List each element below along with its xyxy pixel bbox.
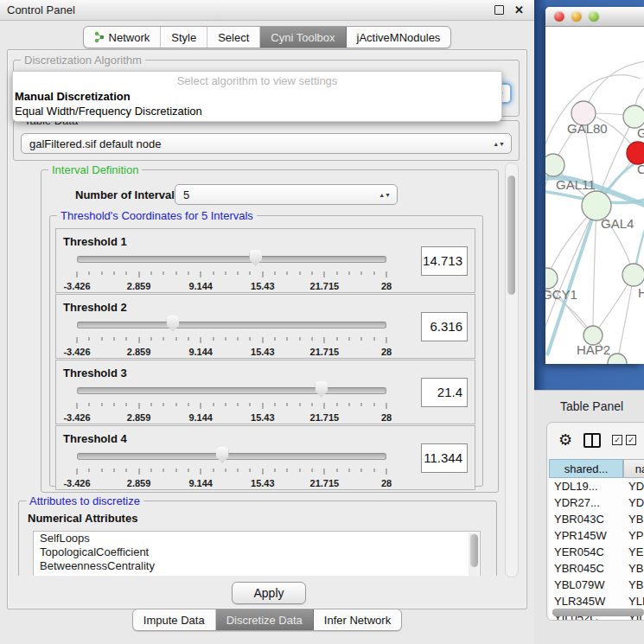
network-icon (94, 31, 105, 43)
threshold-value-field[interactable]: 6.316 (421, 312, 468, 341)
network-desktop-area: GAL80GCGAL11GAL4GCY1HHAP2 (534, 0, 644, 390)
bottom-tab-impute-data[interactable]: Impute Data (133, 609, 216, 630)
table-data-combobox[interactable]: galFiltered.sif default node ▲▼ (21, 133, 512, 154)
attributes-scrollbar-thumb[interactable] (470, 534, 478, 567)
tick-mark (373, 403, 374, 406)
node-table[interactable]: shared...name YDL19...YDL1YDR27...YDR2YB… (549, 459, 644, 620)
slider-track (77, 387, 386, 394)
algorithm-popup-items: Manual DiscretizationEqual Width/Frequen… (13, 89, 501, 118)
close-icon[interactable]: ✕ (514, 4, 524, 16)
tab-network[interactable]: Network (84, 27, 162, 48)
tick-mark (225, 337, 226, 341)
tick-mark (262, 469, 263, 475)
bottom-tab-discretize-data[interactable]: Discretize Data (216, 609, 314, 630)
split-columns-icon[interactable] (583, 433, 601, 448)
table-row[interactable]: YBR045CYBR0 (549, 560, 644, 577)
threshold-slider[interactable]: -3.4262.8599.14415.4321.71528 (77, 252, 386, 291)
threshold-slider[interactable]: -3.4262.8599.14415.4321.71528 (77, 317, 386, 357)
tick-mark (361, 469, 362, 472)
algorithm-option-manual-discretization[interactable]: Manual Discretization (13, 89, 501, 104)
number-of-intervals-combobox[interactable]: 5 ▲▼ (175, 184, 398, 205)
tick-mark (175, 469, 176, 472)
tick-mark (299, 403, 300, 406)
checkbox-icon[interactable]: ✓ (612, 435, 622, 445)
threshold-slider[interactable]: -3.4262.8599.14415.4321.71528 (77, 383, 386, 423)
slider-thumb-icon[interactable] (315, 381, 328, 398)
tab-label-network: Network (109, 31, 150, 44)
bottom-tab-group: Impute DataDiscretize DataInfer Network (132, 609, 402, 631)
network-canvas[interactable]: GAL80GCGAL11GAL4GCY1HHAP2 (545, 27, 644, 364)
apply-button[interactable]: Apply (232, 582, 306, 604)
table-row[interactable]: YLR345WYLR3 (549, 593, 644, 609)
table-cell: YBL0 (623, 578, 644, 591)
column-header-name[interactable]: name (623, 459, 644, 478)
checkbox-icon[interactable]: ✓ (626, 435, 636, 445)
network-node-label: GAL11 (556, 177, 596, 192)
tick-mark (373, 469, 374, 472)
tab-label-select: Select (218, 31, 249, 44)
attributes-group: Attributes to discretize Numerical Attri… (18, 501, 497, 576)
network-node-gal11[interactable] (545, 154, 564, 176)
tick-mark (336, 403, 337, 406)
table-data-group: Table Data galFiltered.sif default node … (13, 120, 520, 161)
zoom-traffic-light-icon[interactable] (589, 11, 599, 22)
tab-select[interactable]: Select (207, 27, 260, 48)
interval-definition-title: Interval Definition (48, 163, 142, 176)
numerical-attributes-list[interactable]: SelfLoopsTopologicalCoefficientBetweenne… (33, 531, 481, 576)
tick-mark (188, 469, 188, 472)
tick-mark (126, 271, 127, 275)
table-row[interactable]: YBL079WYBL0 (549, 577, 644, 593)
settings-scrollbar[interactable] (505, 163, 519, 577)
table-rows: YDL19...YDL1YDR27...YDR2YBR043CYBR0YPR14… (549, 478, 644, 620)
table-horizontal-scrollbar[interactable] (552, 609, 644, 616)
close-traffic-light-icon[interactable] (554, 11, 564, 22)
tab-label-style: Style (171, 31, 196, 44)
gear-icon[interactable]: ⚙ (558, 432, 572, 448)
attribute-item-topologicalcoefficient[interactable]: TopologicalCoefficient (34, 545, 480, 559)
tick-mark (349, 403, 350, 406)
column-header-shared[interactable]: shared... (549, 459, 623, 478)
attribute-items: SelfLoopsTopologicalCoefficientBetweenne… (34, 532, 480, 573)
attribute-item-selfloops[interactable]: SelfLoops (34, 532, 480, 545)
network-node-gcy1[interactable] (545, 268, 558, 289)
tick-label: 21.715 (310, 478, 340, 488)
threshold-value-field[interactable]: 14.713 (421, 246, 468, 276)
threshold-slider[interactable]: -3.4262.8599.14415.4321.71528 (77, 449, 386, 488)
table-row[interactable]: YPR145WYPR1 (549, 527, 644, 544)
table-row[interactable]: YBR043CYBR0 (549, 511, 644, 527)
tick-mark (188, 403, 188, 406)
table-cell: YPR145W (549, 529, 623, 542)
numerical-attributes-label: Numerical Attributes (28, 512, 137, 525)
tab-label-cyni-toolbox: Cyni Toolbox (271, 31, 335, 44)
tick-mark (324, 403, 325, 409)
table-row[interactable]: YER054CYER0 (549, 544, 644, 560)
settings-scrollbar-thumb[interactable] (507, 175, 515, 295)
tab-jactivemnodules[interactable]: jActiveMNodules (347, 27, 451, 48)
table-row[interactable]: YDR27...YDR2 (549, 494, 644, 511)
threshold-item-threshold-3: Threshold 3-3.4262.8599.14415.4321.71528… (55, 360, 475, 424)
table-row[interactable]: YDL19...YDL1 (549, 478, 644, 494)
thresholds-group-title: Threshold's Coordinates for 5 Intervals (57, 209, 257, 222)
bottom-tabbar: Impute DataDiscretize DataInfer Network (0, 609, 534, 631)
network-node[interactable] (608, 354, 627, 364)
tick-mark (275, 469, 276, 472)
bottom-tab-infer-network[interactable]: Infer Network (314, 609, 401, 630)
network-window-titlebar[interactable] (545, 7, 644, 27)
threshold-value-field[interactable]: 21.4 (421, 378, 468, 407)
threshold-value-field[interactable]: 11.344 (421, 443, 468, 473)
network-view-window[interactable]: GAL80GCGAL11GAL4GCY1HHAP2 (545, 7, 644, 364)
algorithm-option-equal-width-frequency-discretization[interactable]: Equal Width/Frequency Discretization (13, 104, 501, 118)
slider-thumb-icon[interactable] (166, 316, 179, 332)
tick-mark (138, 469, 139, 475)
attribute-item-betweennesscentrality[interactable]: BetweennessCentrality (34, 559, 480, 573)
minimize-traffic-light-icon[interactable] (571, 11, 582, 22)
tab-cyni-toolbox[interactable]: Cyni Toolbox (260, 27, 346, 48)
table-cell: YER0 (623, 545, 644, 558)
float-window-icon[interactable] (494, 5, 504, 15)
slider-thumb-icon[interactable] (216, 447, 229, 463)
combo-stepper-icon: ▲▼ (379, 193, 391, 197)
network-node-h[interactable] (622, 264, 644, 286)
tab-style[interactable]: Style (161, 27, 207, 48)
slider-thumb-icon[interactable] (249, 250, 262, 266)
attributes-scrollbar[interactable] (469, 532, 479, 576)
